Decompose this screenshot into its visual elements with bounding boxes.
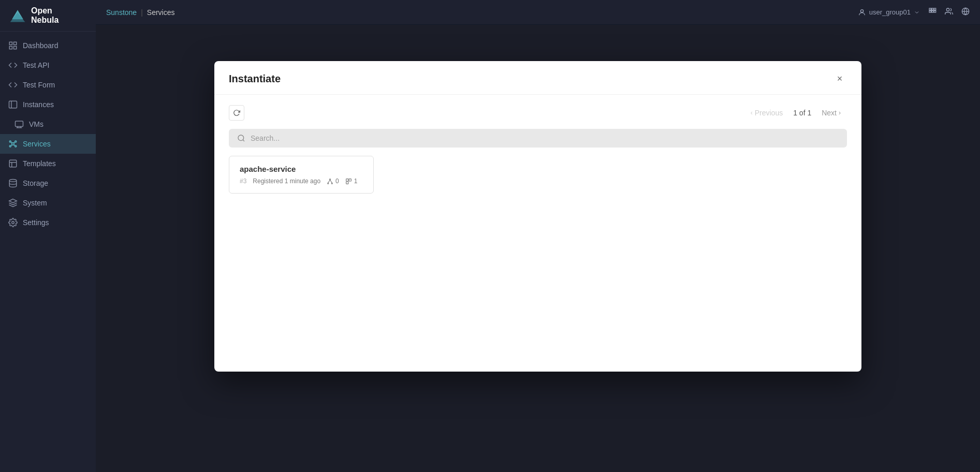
svg-point-11 bbox=[9, 141, 11, 142]
previous-button[interactable]: ‹ Previous bbox=[744, 106, 789, 120]
breadcrumb-separator: | bbox=[141, 8, 143, 17]
svg-rect-41 bbox=[346, 179, 348, 181]
sidebar-item-settings-label: Settings bbox=[23, 218, 49, 227]
svg-rect-27 bbox=[934, 8, 935, 10]
user-name: user_group01 bbox=[869, 8, 911, 16]
sidebar: OpenNebula Dashboard Test API Test Form bbox=[0, 0, 96, 472]
sidebar-item-test-api-label: Test API bbox=[23, 61, 49, 69]
svg-rect-2 bbox=[9, 47, 12, 49]
users-icon[interactable] bbox=[945, 7, 953, 18]
svg-rect-4 bbox=[9, 101, 17, 108]
page-indicator: 1 of 1 bbox=[793, 109, 811, 117]
sidebar-item-storage[interactable]: Storage bbox=[0, 173, 96, 193]
svg-line-35 bbox=[243, 140, 244, 141]
svg-point-23 bbox=[12, 222, 14, 224]
next-chevron-icon: › bbox=[839, 109, 841, 116]
svg-point-12 bbox=[15, 141, 17, 142]
roles-icon bbox=[345, 178, 352, 185]
sidebar-item-test-api[interactable]: Test API bbox=[0, 55, 96, 75]
globe-icon[interactable] bbox=[961, 7, 970, 18]
instances-icon bbox=[8, 100, 18, 109]
svg-rect-30 bbox=[934, 10, 935, 12]
dashboard-icon bbox=[8, 41, 18, 50]
service-cards-grid: apache-service #3 Registered 1 minute ag… bbox=[229, 156, 847, 194]
user-chevron-icon bbox=[914, 9, 920, 16]
service-card-networks: 0 bbox=[327, 178, 339, 185]
svg-rect-1 bbox=[14, 42, 17, 45]
sidebar-item-test-form-label: Test Form bbox=[23, 81, 55, 89]
svg-rect-28 bbox=[929, 10, 931, 12]
sidebar-item-vms[interactable]: VMs bbox=[0, 114, 96, 134]
pagination-left bbox=[229, 105, 244, 121]
service-card-meta: #3 Registered 1 minute ago 0 1 bbox=[240, 178, 363, 185]
search-input[interactable] bbox=[251, 134, 839, 142]
service-card-name: apache-service bbox=[240, 165, 363, 173]
instantiate-modal: Instantiate × bbox=[214, 61, 861, 372]
sidebar-item-templates-label: Templates bbox=[23, 159, 56, 168]
apps-icon[interactable] bbox=[928, 7, 937, 18]
sidebar-item-templates[interactable]: Templates bbox=[0, 154, 96, 173]
svg-line-17 bbox=[11, 145, 12, 146]
topbar: Sunstone | Services user_group01 bbox=[96, 0, 980, 25]
networks-count: 0 bbox=[335, 178, 339, 185]
sidebar-item-vms-label: VMs bbox=[29, 120, 43, 128]
svg-rect-0 bbox=[9, 42, 12, 45]
service-card-registered: Registered 1 minute ago bbox=[253, 178, 320, 185]
sidebar-item-dashboard[interactable]: Dashboard bbox=[0, 36, 96, 55]
svg-point-38 bbox=[331, 183, 332, 184]
test-api-icon bbox=[8, 61, 18, 70]
settings-icon bbox=[8, 218, 18, 227]
storage-icon bbox=[8, 179, 18, 188]
sidebar-item-system[interactable]: System bbox=[0, 193, 96, 213]
topbar-user[interactable]: user_group01 bbox=[858, 8, 920, 17]
breadcrumb: Sunstone | Services bbox=[106, 8, 175, 17]
svg-rect-43 bbox=[346, 182, 348, 184]
svg-rect-3 bbox=[14, 47, 17, 49]
service-card-id: #3 bbox=[240, 178, 246, 185]
service-card-roles: 1 bbox=[345, 178, 358, 185]
svg-rect-42 bbox=[349, 179, 351, 181]
modal-close-button[interactable]: × bbox=[832, 71, 847, 86]
svg-point-13 bbox=[9, 145, 11, 147]
sidebar-item-instances[interactable]: Instances bbox=[0, 95, 96, 114]
services-icon bbox=[8, 139, 18, 149]
network-icon bbox=[327, 178, 333, 185]
search-icon bbox=[237, 134, 245, 142]
sunstone-link[interactable]: Sunstone bbox=[106, 8, 137, 17]
svg-point-37 bbox=[328, 183, 329, 184]
prev-chevron-icon: ‹ bbox=[751, 109, 753, 116]
next-button[interactable]: Next › bbox=[815, 106, 847, 120]
svg-point-34 bbox=[238, 135, 244, 141]
service-card[interactable]: apache-service #3 Registered 1 minute ag… bbox=[229, 156, 374, 194]
refresh-icon bbox=[233, 109, 240, 116]
logo: OpenNebula bbox=[0, 0, 96, 32]
roles-count: 1 bbox=[354, 178, 358, 185]
svg-line-39 bbox=[328, 180, 330, 182]
sidebar-item-test-form[interactable]: Test Form bbox=[0, 75, 96, 95]
logo-icon bbox=[8, 6, 27, 25]
svg-rect-26 bbox=[932, 8, 933, 10]
modal-header: Instantiate × bbox=[214, 61, 861, 95]
sidebar-item-settings[interactable]: Settings bbox=[0, 213, 96, 232]
pagination-row: ‹ Previous 1 of 1 Next › bbox=[229, 105, 847, 121]
refresh-button[interactable] bbox=[229, 105, 244, 121]
previous-label: Previous bbox=[755, 109, 783, 117]
svg-rect-6 bbox=[16, 121, 23, 127]
modal-body: ‹ Previous 1 of 1 Next › bbox=[214, 95, 861, 372]
user-icon bbox=[858, 8, 866, 17]
svg-point-36 bbox=[330, 179, 331, 180]
svg-point-31 bbox=[946, 8, 949, 11]
modal-overlay: Instantiate × bbox=[96, 25, 980, 472]
logo-text: OpenNebula bbox=[31, 6, 58, 24]
sidebar-item-storage-label: Storage bbox=[23, 179, 48, 187]
svg-line-40 bbox=[330, 180, 332, 182]
svg-point-22 bbox=[9, 180, 17, 182]
sidebar-item-services[interactable]: Services bbox=[0, 134, 96, 154]
sidebar-item-system-label: System bbox=[23, 199, 47, 207]
search-bar bbox=[229, 129, 847, 148]
svg-rect-29 bbox=[932, 10, 933, 12]
sidebar-item-dashboard-label: Dashboard bbox=[23, 41, 58, 50]
svg-rect-19 bbox=[9, 160, 17, 167]
page-content: Instantiate × bbox=[96, 25, 980, 472]
modal-title: Instantiate bbox=[229, 73, 281, 85]
